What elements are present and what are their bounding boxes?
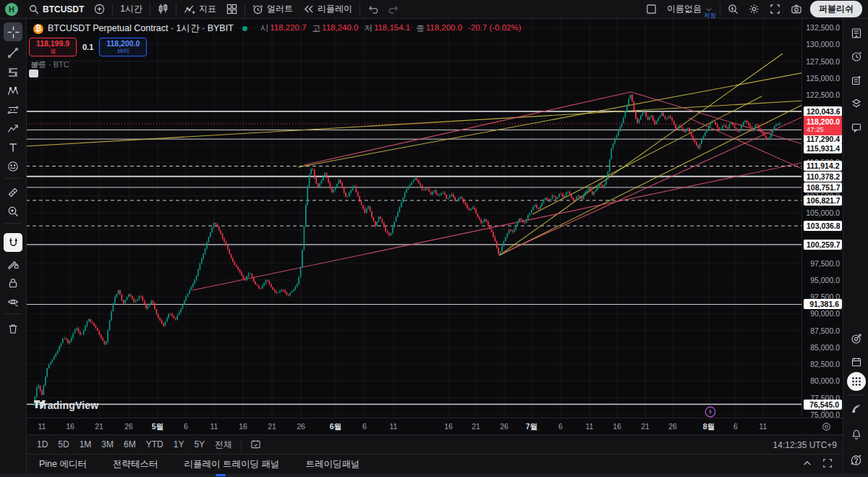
forecast-tool-icon[interactable]	[4, 119, 22, 138]
bottom-tab-2[interactable]: 리플레이 트레이딩 패널	[171, 458, 293, 470]
range-button-1m[interactable]: 1M	[75, 439, 97, 449]
chat-icon[interactable]	[847, 118, 866, 137]
chart-pane[interactable]: ₿ BTCUSDT Perpetual Contract · 1시간 · BYB…	[26, 18, 801, 418]
goto-date-icon[interactable]	[245, 439, 266, 452]
time-tick-label: 8월	[703, 422, 715, 432]
buy-button[interactable]: 118,200.0바이	[99, 38, 147, 56]
time-tick-label: 16	[66, 422, 75, 431]
time-tick-label: 6	[362, 422, 367, 431]
top-toolbar: H BTCUSDT 1시간 지표 얼러트 리플레이	[0, 0, 868, 19]
snapshot-button[interactable]	[786, 0, 807, 18]
text-tool-icon[interactable]	[4, 138, 22, 157]
crosshair-tool-icon[interactable]	[4, 22, 22, 41]
price-tick-label: 132,500.0	[806, 23, 840, 32]
symbol-search-button[interactable]: BTCUSDT	[24, 0, 89, 18]
apps-grid-icon[interactable]	[847, 372, 866, 391]
right-sidebar	[843, 18, 868, 477]
alerts-label: 얼러트	[267, 3, 293, 15]
tradingview-watermark: TradingView	[33, 400, 98, 411]
publish-button[interactable]: 퍼블리쉬	[810, 1, 862, 17]
range-button-1y[interactable]: 1Y	[169, 439, 190, 449]
time-tick-label: 26	[500, 422, 509, 431]
interval-button[interactable]: 1시간	[115, 0, 148, 18]
resize-strip[interactable]	[0, 473, 868, 477]
price-tick-label: 80,000.0	[810, 376, 840, 385]
bottom-tab-0[interactable]: Pine 에디터	[26, 458, 100, 470]
resize-grip[interactable]	[216, 474, 226, 476]
trend-line-tool-icon[interactable]	[4, 43, 22, 62]
time-axis[interactable]: 111621265월6111621266월6111621267월61116212…	[26, 418, 843, 435]
range-button-6m[interactable]: 6M	[119, 439, 141, 449]
alerts-panel-icon[interactable]	[847, 47, 866, 66]
panel-maximize-icon[interactable]	[822, 458, 833, 470]
panel-expand-chevron-icon[interactable]	[802, 458, 812, 470]
layout-square-icon	[646, 4, 657, 14]
indicators-icon	[184, 4, 195, 14]
time-tick-label: 16	[444, 422, 453, 431]
plus-circle-icon	[94, 4, 105, 14]
pattern-tool-icon[interactable]	[4, 82, 22, 101]
news-icon[interactable]	[847, 71, 866, 90]
data-feed-icon[interactable]	[847, 400, 866, 418]
redo-button[interactable]	[383, 0, 404, 18]
user-avatar[interactable]: H	[5, 3, 18, 16]
hide-drawings-icon[interactable]	[4, 292, 22, 311]
chart-style-button[interactable]	[153, 0, 174, 18]
multi-layout-button[interactable]	[641, 0, 662, 18]
calendar-icon[interactable]	[847, 353, 866, 371]
time-tick-label: 6월	[330, 422, 341, 432]
undo-button[interactable]	[362, 0, 383, 18]
chart-legend[interactable]: ₿ BTCUSDT Perpetual Contract · 1시간 · BYB…	[33, 22, 522, 35]
range-button-1d[interactable]: 1D	[32, 439, 53, 449]
range-button-전체[interactable]: 전체	[210, 439, 237, 449]
time-tick-label: 11	[38, 422, 46, 431]
pane-collapse-button[interactable]	[29, 69, 38, 77]
last-price-label: 118,200.047:25	[804, 116, 842, 135]
drawing-mode-icon[interactable]	[4, 255, 22, 274]
lock-drawings-icon[interactable]	[4, 274, 22, 292]
delete-drawings-icon[interactable]	[4, 319, 22, 338]
bottom-tab-3[interactable]: 트레이딩패널	[292, 458, 373, 470]
candlestick-chart[interactable]	[26, 18, 801, 418]
replay-button[interactable]: 리플레이	[298, 0, 357, 18]
zoom-in-tool-icon[interactable]	[4, 202, 22, 221]
layout-templates-button[interactable]	[221, 0, 242, 18]
magnet-tool-icon[interactable]	[4, 233, 22, 252]
object-tree-icon[interactable]	[847, 94, 866, 113]
position-tool-icon[interactable]	[4, 101, 22, 119]
emoji-tool-icon[interactable]	[4, 157, 22, 176]
range-buttons: 1D5D1M3M6MYTD1Y5Y전체	[32, 439, 237, 451]
range-button-3m[interactable]: 3M	[96, 439, 119, 449]
price-tick-label: 90,000.0	[810, 309, 840, 318]
range-button-ytd[interactable]: YTD	[141, 439, 169, 449]
time-axis-gear-icon[interactable]	[822, 421, 831, 434]
bottom-tab-1[interactable]: 전략테스터	[100, 458, 171, 470]
price-tick-label: 87,500.0	[810, 326, 840, 335]
range-button-5y[interactable]: 5Y	[189, 439, 210, 449]
time-tick-label: 26	[668, 422, 677, 431]
help-icon[interactable]	[847, 450, 866, 469]
fib-tool-icon[interactable]	[4, 63, 22, 82]
hotlist-icon[interactable]	[847, 329, 866, 348]
add-symbol-button[interactable]	[89, 0, 110, 18]
time-tick-label: 7월	[526, 422, 537, 432]
save-hint[interactable]: 저장	[704, 12, 716, 20]
clock-utc-label[interactable]: 14:12:35 UTC+9	[773, 440, 837, 450]
range-button-5d[interactable]: 5D	[53, 439, 74, 449]
price-level-label: 76,545.0	[804, 400, 842, 410]
quick-search-button[interactable]	[723, 0, 744, 18]
notifications-bell-icon[interactable]	[847, 425, 866, 444]
quantity-value[interactable]: 0.1	[82, 43, 93, 51]
volume-legend[interactable]: 볼륨 · BTC	[30, 59, 73, 70]
settings-button[interactable]	[744, 0, 765, 18]
legend-title[interactable]: BTCUSDT Perpetual Contract · 1시간 · BYBIT	[48, 22, 234, 35]
measure-tool-icon[interactable]	[4, 183, 22, 202]
fullscreen-button[interactable]	[765, 0, 786, 18]
date-range-bar: 1D5D1M3M6MYTD1Y5Y전체 14:12:35 UTC+9	[26, 434, 843, 455]
price-axis[interactable]: 132,500.0130,000.0127,500.0125,000.0122,…	[801, 18, 843, 418]
indicators-button[interactable]: 지표	[179, 0, 221, 18]
watchlist-icon[interactable]	[847, 24, 866, 43]
price-level-label: 103,036.8	[804, 221, 842, 231]
sell-button[interactable]: 118,199.9셀	[29, 38, 77, 56]
alert-button[interactable]: 얼러트	[247, 0, 298, 18]
